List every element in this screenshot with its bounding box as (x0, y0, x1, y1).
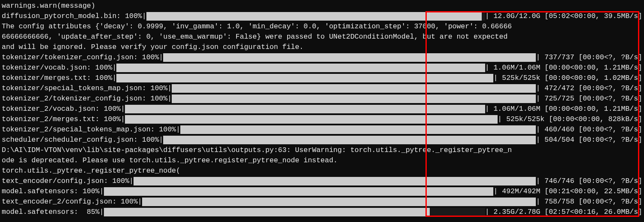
progress-label: tokenizer/merges.txt: 100%| (2, 73, 116, 83)
terminal-output: warnings.warn(message)diffusion_pytorch_… (2, 1, 642, 217)
download-progress-line: tokenizer/tokenizer_config.json: 100%|| … (2, 52, 642, 63)
progress-label: tokenizer_2/special_tokens_map.json: 100… (2, 125, 180, 135)
progress-bar (142, 197, 536, 207)
progress-bar-fill (172, 94, 536, 103)
progress-bar (172, 83, 536, 94)
progress-bar-fill (134, 177, 536, 186)
progress-bar-fill (104, 208, 430, 216)
terminal-text-line: warnings.warn(message) (2, 1, 642, 11)
progress-label: model.safetensors: 100%| (2, 186, 104, 197)
progress-stats: | 525k/525k [00:00<00:00, 828kB/s] (498, 114, 642, 125)
progress-bar-empty (482, 12, 485, 21)
progress-stats: | 746/746 [00:00<?, ?B/s] (536, 176, 642, 186)
download-progress-line: text_encoder_2/config.json: 100%|| 758/7… (2, 197, 642, 207)
progress-bar-fill (125, 115, 498, 124)
progress-stats: | 758/758 [00:00<?, ?B/s] (536, 197, 642, 207)
progress-bar (125, 104, 485, 114)
progress-bar-fill (104, 187, 494, 196)
progress-bar (116, 73, 493, 83)
progress-label: scheduler/scheduler_config.json: 100%| (2, 135, 163, 145)
progress-bar-fill (142, 198, 536, 206)
download-progress-line: tokenizer_2/merges.txt: 100%|| 525k/525k… (2, 114, 642, 125)
download-progress-line: tokenizer/merges.txt: 100%|| 525k/525k [… (2, 73, 642, 83)
terminal-text-line: torch.utils._pytree._register_pytree_nod… (2, 166, 642, 176)
progress-bar-fill (116, 74, 493, 82)
progress-stats: | 2.35G/2.78G [02:57<00:16, 26.0MB/s] (485, 207, 642, 217)
download-progress-line: scheduler/scheduler_config.json: 100%|| … (2, 135, 642, 145)
progress-bar (172, 94, 536, 104)
progress-bar (116, 63, 485, 73)
terminal-text-line: D:\AI\IDM-VTON\venv\lib\site-packages\di… (2, 145, 642, 155)
progress-bar (163, 52, 536, 63)
progress-label: tokenizer/tokenizer_config.json: 100%| (2, 52, 163, 63)
progress-stats: | 504/504 [00:00<?, ?B/s] (536, 135, 642, 145)
progress-stats: | 12.0G/12.0G [05:02<00:00, 39.5MB/s] (485, 11, 642, 21)
terminal-text-line: ode is deprecated. Please use torch.util… (2, 155, 642, 166)
progress-label: text_encoder/config.json: 100%| (2, 176, 134, 186)
progress-bar-fill (125, 105, 485, 113)
progress-bar-empty (430, 208, 485, 216)
progress-bar (180, 125, 536, 135)
progress-bar-fill (180, 125, 536, 134)
progress-stats: | 1.06M/1.06M [00:00<00:00, 1.21MB/s] (485, 63, 642, 73)
progress-label: tokenizer_2/tokenizer_config.json: 100%| (2, 94, 172, 104)
progress-bar-fill (116, 64, 485, 72)
download-progress-line: model.safetensors: 85%|| 2.35G/2.78G [02… (2, 207, 642, 217)
progress-label: tokenizer_2/merges.txt: 100%| (2, 114, 125, 125)
progress-bar (163, 135, 536, 145)
terminal-text-line: The config attributes {'decay': 0.9999, … (2, 21, 642, 32)
download-progress-line: tokenizer_2/vocab.json: 100%|| 1.06M/1.0… (2, 104, 642, 114)
progress-bar (104, 207, 485, 217)
progress-bar-fill (163, 53, 536, 62)
terminal-text-line: 66666666666, 'update_after_step': 0, 'us… (2, 32, 642, 42)
progress-stats: | 737/737 [00:00<?, ?B/s] (536, 52, 642, 63)
progress-bar (125, 114, 498, 125)
progress-bar-fill (172, 84, 536, 93)
progress-stats: | 525k/525k [00:00<00:00, 1.02MB/s] (493, 73, 642, 83)
download-progress-line: diffusion_pytorch_model.bin: 100%|| 12.0… (2, 11, 642, 21)
progress-label: tokenizer_2/vocab.json: 100%| (2, 104, 125, 114)
progress-label: diffusion_pytorch_model.bin: 100%| (2, 11, 146, 21)
progress-label: tokenizer/vocab.json: 100%| (2, 63, 116, 73)
progress-label: tokenizer/special_tokens_map.json: 100%| (2, 83, 172, 94)
progress-stats: | 492M/492M [00:21<00:00, 22.5MB/s] (493, 186, 642, 197)
download-progress-line: tokenizer/vocab.json: 100%|| 1.06M/1.06M… (2, 63, 642, 73)
progress-label: text_encoder_2/config.json: 100%| (2, 197, 142, 207)
progress-bar (104, 186, 494, 197)
progress-bar (146, 11, 485, 21)
download-progress-line: text_encoder/config.json: 100%|| 746/746… (2, 176, 642, 186)
progress-stats: | 1.06M/1.06M [00:00<00:00, 1.21MB/s] (485, 104, 642, 114)
progress-stats: | 725/725 [00:00<?, ?B/s] (536, 94, 642, 104)
download-progress-line: tokenizer/special_tokens_map.json: 100%|… (2, 83, 642, 94)
progress-stats: | 460/460 [00:00<?, ?B/s] (536, 125, 642, 135)
download-progress-line: tokenizer_2/tokenizer_config.json: 100%|… (2, 94, 642, 104)
download-progress-line: tokenizer_2/special_tokens_map.json: 100… (2, 125, 642, 135)
progress-bar (134, 176, 536, 186)
progress-label: model.safetensors: 85%| (2, 207, 104, 217)
progress-bar-fill (163, 136, 536, 144)
download-progress-line: model.safetensors: 100%|| 492M/492M [00:… (2, 186, 642, 197)
progress-stats: | 472/472 [00:00<?, ?B/s] (536, 83, 642, 94)
terminal-text-line: and will be ignored. Please verify your … (2, 42, 642, 52)
progress-bar-fill (146, 12, 482, 21)
